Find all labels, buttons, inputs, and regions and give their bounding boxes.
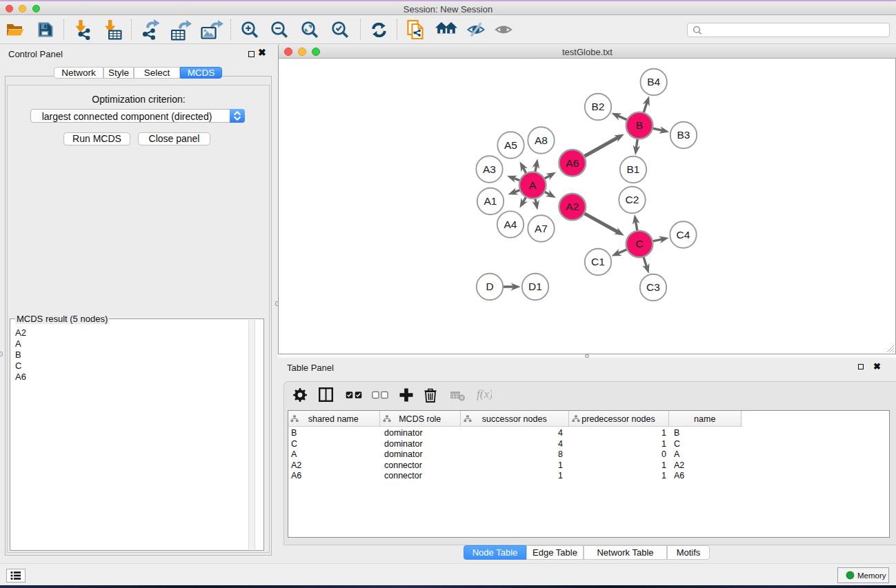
svg-text:A1: A1 xyxy=(484,195,497,207)
svg-text:D1: D1 xyxy=(528,281,542,292)
svg-text:C3: C3 xyxy=(646,281,660,293)
svg-text:C4: C4 xyxy=(677,229,690,241)
svg-text:A5: A5 xyxy=(504,139,517,151)
svg-text:B: B xyxy=(636,119,643,131)
svg-text:B4: B4 xyxy=(647,76,660,88)
svg-text:A8: A8 xyxy=(535,134,548,146)
svg-text:D: D xyxy=(486,281,493,292)
svg-text:C2: C2 xyxy=(626,194,639,205)
svg-text:B3: B3 xyxy=(677,129,690,141)
svg-text:A6: A6 xyxy=(566,157,579,169)
svg-text:C: C xyxy=(635,238,643,250)
svg-text:B1: B1 xyxy=(627,163,640,175)
svg-text:A4: A4 xyxy=(504,219,517,230)
svg-text:A7: A7 xyxy=(535,223,548,234)
svg-text:A: A xyxy=(529,179,537,191)
svg-text:A2: A2 xyxy=(566,201,579,212)
svg-text:f(x): f(x) xyxy=(477,387,492,401)
svg-text:A3: A3 xyxy=(483,163,496,175)
svg-text:B2: B2 xyxy=(592,101,605,112)
svg-text:C1: C1 xyxy=(591,256,605,267)
